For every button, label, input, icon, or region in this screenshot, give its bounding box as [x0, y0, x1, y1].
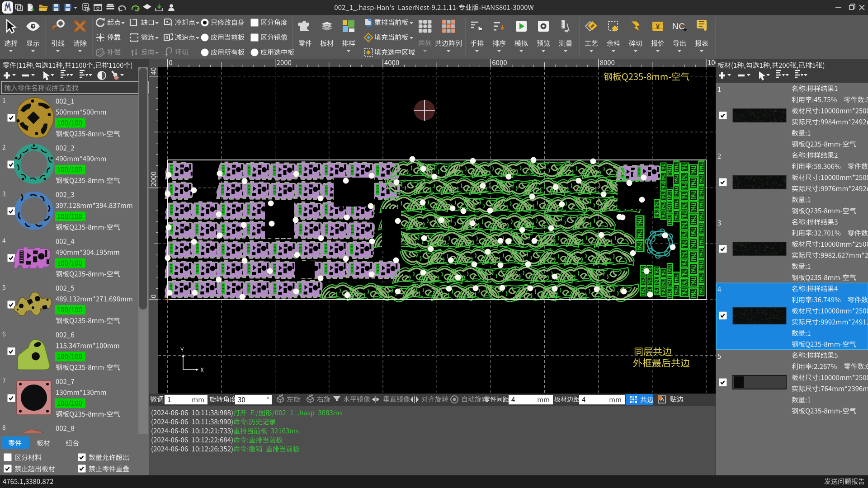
svg-text:a: a — [165, 34, 169, 40]
svg-text:¥: ¥ — [656, 23, 660, 30]
